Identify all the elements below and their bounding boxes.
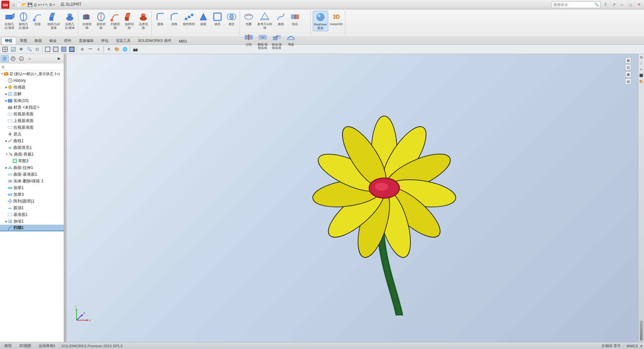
- view-zoom-button[interactable]: 🔍: [26, 46, 33, 53]
- tree-thicken1[interactable]: ▶ 加厚1: [0, 184, 64, 191]
- tree-surface-base1[interactable]: ▶ 曲面-基准面1: [0, 171, 64, 178]
- view-hidden-button[interactable]: [52, 46, 59, 53]
- minimize-button[interactable]: ─: [618, 1, 626, 8]
- tree-thicken3[interactable]: ▶ 加厚3: [0, 191, 64, 198]
- tree-sketch3[interactable]: ▶ 草图3: [0, 158, 64, 164]
- wrap-button[interactable]: 包覆: [242, 11, 255, 27]
- view-curvature-button[interactable]: 〜: [87, 46, 94, 53]
- root-expand[interactable]: ▼: [1, 72, 3, 75]
- statusbar-tab-model[interactable]: 模型: [1, 342, 15, 349]
- split-button[interactable]: 分割: [242, 31, 255, 47]
- view-rotate-button[interactable]: 🔄: [9, 46, 17, 53]
- fillet-button[interactable]: 圆角: [154, 11, 167, 27]
- save-icon[interactable]: 💾: [28, 2, 33, 7]
- tree-curve1[interactable]: ▶ 曲线1: [0, 137, 64, 144]
- tree-root[interactable]: ▼ 花 (默认<<默认>_显示状态 1>): [0, 70, 64, 77]
- loft-cut-button[interactable]: 放样切 除: [122, 11, 136, 31]
- rp-btn-1[interactable]: ⊞: [639, 55, 644, 60]
- instant3d-button[interactable]: 3D Instant3D: [329, 11, 344, 27]
- rp-btn-2[interactable]: □: [639, 61, 644, 66]
- tree-scale1[interactable]: ▶ 放缩1: [0, 218, 64, 225]
- viewport-btn-4[interactable]: ⊟: [625, 78, 631, 84]
- view-scene-button[interactable]: 🌐: [121, 46, 129, 53]
- loft-boss-button[interactable]: 放样凸台/基体: [45, 11, 62, 31]
- tab-plugins[interactable]: SOLIDWORKS 插件: [134, 37, 175, 44]
- viewport-btn-1[interactable]: ⊞: [625, 57, 631, 63]
- linear-pattern-button[interactable]: 线性阵列: [182, 11, 196, 27]
- rp-slider[interactable]: [640, 321, 643, 341]
- view-section-button[interactable]: ⊘: [79, 46, 86, 53]
- sweep-cut-button[interactable]: 扫描切 除: [108, 11, 122, 31]
- customize-icon[interactable]: ▾: [53, 3, 55, 6]
- sweep-boss-button[interactable]: 扫描: [31, 11, 44, 27]
- curves-button[interactable]: 曲线: [274, 11, 288, 27]
- boundary-boss-button[interactable]: 边界凸 台/基体: [63, 11, 77, 31]
- view-zebra-button[interactable]: ≡: [95, 46, 102, 53]
- statusbar-tab-3dview[interactable]: 3D视图: [16, 342, 34, 349]
- tree-base-plane1[interactable]: ▶ 基准面1: [0, 211, 64, 218]
- view-camera-button[interactable]: 📷: [132, 46, 139, 53]
- tree-material[interactable]: ▶ 材质 <未指定>: [0, 104, 64, 111]
- new-icon[interactable]: 📄: [16, 2, 21, 7]
- tab-surface[interactable]: 曲面: [31, 37, 46, 44]
- draft-button[interactable]: 拔模: [197, 11, 210, 27]
- viewport-btn-3[interactable]: ⊠: [625, 71, 631, 77]
- tab-weldment[interactable]: 焊件: [60, 37, 75, 44]
- tree-solid-delete1[interactable]: ▶ ✕ 实体-删除/保留 1: [0, 178, 64, 184]
- open-icon[interactable]: 📂: [22, 2, 27, 7]
- realview-button[interactable]: RealView 图形: [313, 11, 328, 31]
- feature-manager-tab[interactable]: [1, 55, 9, 62]
- maximize-button[interactable]: □: [627, 1, 634, 8]
- boundary-cut-button[interactable]: 边界切 除: [137, 11, 150, 31]
- close-button[interactable]: ✕: [635, 1, 643, 8]
- property-manager-tab[interactable]: P: [9, 55, 17, 62]
- tree-pattern1[interactable]: ▶ 阵列(圆周)1: [0, 198, 64, 205]
- tree-surface-fill1[interactable]: ▶ 曲面填充1: [0, 144, 64, 151]
- arrow-button[interactable]: ↗: [610, 1, 617, 8]
- revolve-cut-button[interactable]: 旋转切 除: [94, 11, 108, 31]
- tab-features[interactable]: 特征: [1, 37, 16, 44]
- tab-sketch[interactable]: 草图: [16, 37, 31, 44]
- extrude-boss-button[interactable]: 拉伸凸 台/基体: [3, 11, 16, 31]
- tree-plane-right[interactable]: ▶ 右视基准面: [0, 124, 64, 131]
- revolve-boss-button[interactable]: 旋转凸 台/基体: [17, 11, 30, 31]
- tree-origin[interactable]: ▶ 原点: [0, 131, 64, 137]
- print-icon[interactable]: 🖨: [33, 2, 37, 7]
- tree-annotation[interactable]: ▶ A 注解: [0, 91, 64, 97]
- view-appearance-button[interactable]: 🎨: [113, 46, 120, 53]
- tab-mbd[interactable]: MBD: [175, 38, 191, 44]
- ref-geom-button[interactable]: 参考几\n何体: [256, 11, 274, 31]
- expand-panel-btn[interactable]: ▶: [55, 55, 63, 62]
- tree-surface-extrude1[interactable]: ▶ 曲面-拉伸1: [0, 164, 64, 171]
- rp-btn-3[interactable]: ≡: [639, 67, 644, 72]
- search-input[interactable]: [553, 3, 594, 7]
- tree-history[interactable]: ▶ History: [0, 77, 64, 84]
- options-icon[interactable]: ⚙: [49, 2, 53, 7]
- home-icon[interactable]: ⌂: [12, 2, 15, 7]
- view-wireframe-button[interactable]: [44, 46, 51, 53]
- titlebar-search-box[interactable]: 🔍: [552, 1, 601, 8]
- tree-plane-front[interactable]: ▶ 前视基准面: [0, 111, 64, 117]
- select-icon[interactable]: ↖: [45, 2, 48, 7]
- rp-btn-4[interactable]: ⬛: [639, 73, 644, 78]
- undo-dropdown[interactable]: ▾: [43, 3, 44, 6]
- help-button[interactable]: ?: [602, 1, 609, 8]
- view-lighting-button[interactable]: ☀: [105, 46, 112, 53]
- view-pan-button[interactable]: ✥: [17, 46, 25, 53]
- tree-plane-top[interactable]: ▶ 上视基准面: [0, 117, 64, 124]
- extrude-cut-button[interactable]: 拉伸切 除: [80, 11, 94, 31]
- tree-sensor[interactable]: ▶ 传感器: [0, 84, 64, 91]
- tab-render[interactable]: 渲染工具: [112, 37, 134, 44]
- dimxpert-tab[interactable]: D: [26, 55, 34, 62]
- undo-icon[interactable]: ↩: [38, 2, 42, 7]
- surface-cut1-expand[interactable]: ▼: [5, 153, 8, 156]
- delete-body-button[interactable]: × 删除/复 制实体: [256, 31, 269, 51]
- move-body-button[interactable]: 移动/复 制实体: [270, 31, 284, 51]
- intersect-button[interactable]: 相交: [225, 11, 238, 27]
- view-zoomfit-button[interactable]: ⊡: [34, 46, 41, 53]
- rp-btn-5[interactable]: 🎨: [639, 79, 644, 84]
- tab-direct-edit[interactable]: 直接编辑: [75, 37, 97, 44]
- tab-sheetmetal[interactable]: 钣金: [46, 37, 60, 44]
- tree-solid[interactable]: ▶ 实体(10): [0, 97, 64, 104]
- view-orientation-button[interactable]: [1, 46, 9, 53]
